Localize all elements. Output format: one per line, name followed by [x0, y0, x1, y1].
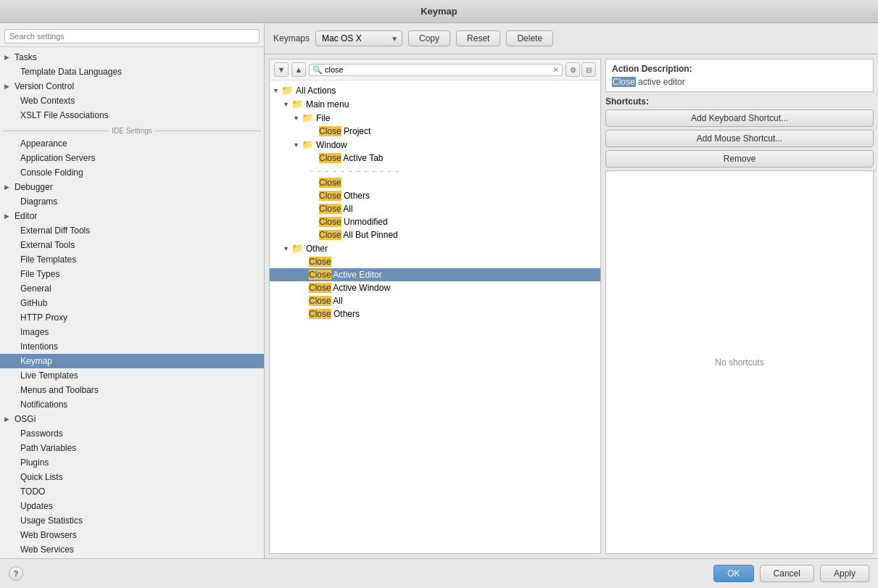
node-label-after: Active Tab [341, 153, 384, 163]
tree-node-close1[interactable]: Close [270, 176, 600, 189]
ok-button[interactable]: OK [713, 565, 753, 582]
sidebar-item-osgi[interactable]: ▶ OSGi [0, 412, 264, 426]
sidebar-item-label: Diagrams [20, 196, 57, 207]
remove-shortcut-button[interactable]: Remove [605, 150, 874, 167]
add-keyboard-shortcut-button[interactable]: Add Keyboard Shortcut... [605, 109, 874, 127]
sidebar-item-live-templates[interactable]: Live Templates [0, 368, 264, 383]
description-text-after: active editor [636, 77, 685, 87]
tree-node-close2[interactable]: Close [270, 255, 600, 268]
tree-node-close-others[interactable]: Close Others [270, 189, 600, 202]
sidebar-item-external-tools[interactable]: External Tools [0, 238, 264, 252]
node-label-after: All But Pinned [341, 230, 398, 240]
folder-icon: 📁 [281, 85, 293, 96]
tree-separator: - - - - - - - - - - - - [270, 165, 600, 176]
sidebar-item-general[interactable]: General [0, 281, 264, 296]
node-label-after: All [341, 204, 353, 214]
filter-icon-2[interactable]: ⊟ [581, 62, 596, 77]
keymap-select[interactable]: Mac OS X Default Eclipse NetBeans Emacs [315, 30, 402, 46]
apply-button[interactable]: Apply [820, 565, 869, 582]
tree-node-other[interactable]: ▼ 📁 Other [270, 241, 600, 255]
sidebar-item-label: XSLT File Associations [20, 110, 109, 120]
sidebar-item-template-data-languages[interactable]: Template Data Languages [0, 65, 264, 79]
sidebar-item-debugger[interactable]: ▶ Debugger [0, 180, 264, 194]
toggle-icon: ▼ [283, 101, 291, 108]
node-label: Main menu [306, 99, 349, 109]
right-description: Action Description: Close active editor … [605, 59, 874, 554]
sidebar-item-plugins[interactable]: Plugins [0, 455, 264, 470]
ide-settings-label: IDE Settings [112, 127, 152, 135]
sidebar-item-web-browsers[interactable]: Web Browsers [0, 528, 264, 542]
filter-icon-1[interactable]: ⚙ [566, 62, 580, 77]
clear-search-icon[interactable]: ✕ [552, 65, 559, 75]
tree-node-close-all-but-pinned[interactable]: Close All But Pinned [270, 228, 600, 241]
tree-node-close-all2[interactable]: Close All [270, 294, 600, 307]
sidebar-item-label: Console Folding [20, 167, 83, 178]
sidebar-item-web-contexts[interactable]: Web Contexts [0, 94, 264, 108]
sidebar-item-label: Web Browsers [20, 530, 77, 540]
sidebar-item-external-diff-tools[interactable]: External Diff Tools [0, 223, 264, 238]
sidebar-item-updates[interactable]: Updates [0, 499, 264, 513]
sidebar-item-quick-lists[interactable]: Quick Lists [0, 470, 264, 484]
highlight-close: Close [319, 230, 341, 240]
sidebar-item-usage-statistics[interactable]: Usage Statistics [0, 513, 264, 528]
sidebar-item-label: Version Control [15, 81, 74, 91]
tree-node-close-all[interactable]: Close All [270, 202, 600, 215]
sidebar-item-label: OSGi [15, 414, 36, 424]
sidebar-item-label: Template Data Languages [20, 67, 122, 77]
sidebar-item-file-templates[interactable]: File Templates [0, 252, 264, 267]
folder-icon: 📁 [291, 243, 303, 254]
sidebar-item-menus-toolbars[interactable]: Menus and Toolbars [0, 383, 264, 397]
sidebar-item-file-types[interactable]: File Types [0, 267, 264, 281]
sidebar-item-passwords[interactable]: Passwords [0, 426, 264, 441]
help-button[interactable]: ? [9, 566, 23, 581]
highlight-close: Close [319, 217, 341, 227]
delete-button[interactable]: Delete [506, 30, 553, 46]
sidebar-search-input[interactable] [4, 29, 260, 44]
sidebar-item-label: Notifications [20, 399, 67, 410]
tree-node-file[interactable]: ▼ 📁 File [270, 111, 600, 125]
sidebar-item-tasks[interactable]: ▶ Tasks [0, 50, 264, 65]
sidebar-item-http-proxy[interactable]: HTTP Proxy [0, 310, 264, 325]
tree-node-all-actions[interactable]: ▼ 📁 All Actions [270, 83, 600, 97]
sidebar-item-label: Live Templates [20, 370, 78, 381]
sidebar-item-todo[interactable]: TODO [0, 484, 264, 499]
sidebar-item-application-servers[interactable]: Application Servers [0, 151, 264, 165]
tree-node-close-others2[interactable]: Close Others [270, 307, 600, 320]
tree-node-close-active-editor[interactable]: Close Active Editor [270, 268, 600, 281]
copy-button[interactable]: Copy [408, 30, 450, 46]
sidebar-item-editor[interactable]: ▶ Editor [0, 209, 264, 223]
sidebar-item-label: External Tools [20, 240, 75, 250]
tree-node-close-active-window[interactable]: Close Active Window [270, 281, 600, 294]
tree-node-close-project[interactable]: Close Project [270, 125, 600, 138]
sidebar-item-appearance[interactable]: Appearance [0, 136, 264, 151]
reset-button[interactable]: Reset [456, 30, 500, 46]
tree-node-main-menu[interactable]: ▼ 📁 Main menu [270, 97, 600, 111]
sidebar-item-version-control[interactable]: ▶ Version Control [0, 79, 264, 94]
folder-icon: 📁 [291, 99, 303, 109]
arrow-icon: ▶ [4, 54, 12, 61]
sidebar-item-label: Updates [20, 501, 53, 511]
expand-all-button[interactable]: ▼ [274, 62, 289, 77]
tree-node-close-unmodified[interactable]: Close Unmodified [270, 215, 600, 228]
cancel-button[interactable]: Cancel [760, 565, 814, 582]
sidebar-item-intentions[interactable]: Intentions [0, 339, 264, 354]
sidebar-item-notifications[interactable]: Notifications [0, 397, 264, 412]
highlight-close: Close [309, 309, 331, 319]
description-title: Action Description: [612, 64, 867, 74]
node-label-after: All [331, 296, 343, 306]
sidebar-item-label: Appearance [20, 138, 67, 149]
sidebar-item-console-folding[interactable]: Console Folding [0, 165, 264, 180]
highlight-close: Close [319, 126, 341, 136]
sidebar-item-diagrams[interactable]: Diagrams [0, 194, 264, 209]
tree-node-close-active-tab[interactable]: Close Active Tab [270, 152, 600, 165]
tree-node-window[interactable]: ▼ 📁 Window [270, 138, 600, 152]
sidebar-item-xslt-file-assoc[interactable]: XSLT File Associations [0, 108, 264, 123]
collapse-all-button[interactable]: ▲ [291, 62, 306, 77]
sidebar-item-keymap[interactable]: Keymap [0, 354, 264, 368]
tree-search-input[interactable] [325, 65, 550, 74]
sidebar-item-web-services[interactable]: Web Services [0, 542, 264, 557]
sidebar-item-images[interactable]: Images [0, 325, 264, 339]
sidebar-item-github[interactable]: GitHub [0, 296, 264, 310]
sidebar-item-path-variables[interactable]: Path Variables [0, 441, 264, 455]
add-mouse-shortcut-button[interactable]: Add Mouse Shortcut... [605, 130, 874, 147]
